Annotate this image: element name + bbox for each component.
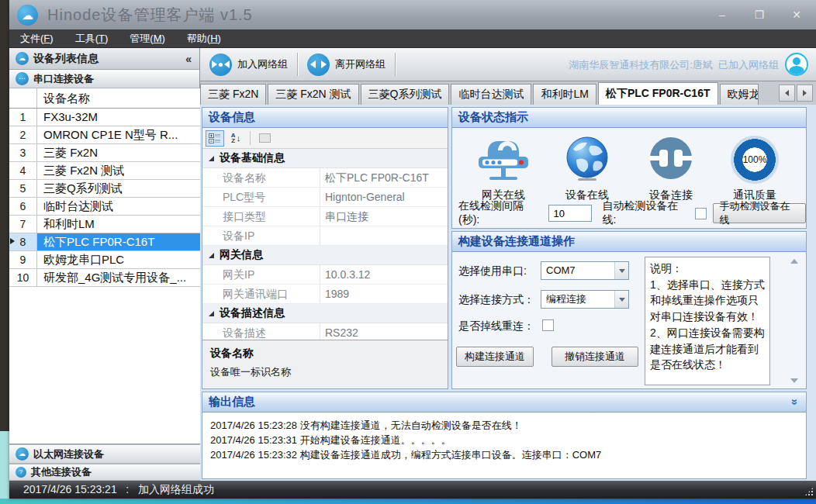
- ethernet-devices-section[interactable]: ☁ 以太网连接设备: [9, 444, 200, 464]
- collapse-output-icon[interactable]: »: [788, 399, 801, 405]
- log-line: 2017/4/26 15:23:32 构建设备连接通道成功，编程方式连接串口设备…: [210, 447, 798, 462]
- table-row[interactable]: 7和利时LM: [9, 216, 200, 233]
- device-status-panel: 设备状态指示: [451, 107, 807, 229]
- join-network-icon: [209, 54, 232, 76]
- auto-detect-checkbox[interactable]: [695, 208, 707, 219]
- dropdown-button[interactable]: [614, 291, 628, 308]
- expander-icon: [209, 253, 214, 258]
- table-row[interactable]: 4三菱 Fx2N 测试: [9, 162, 200, 180]
- indicator-comm-quality: 100% 通讯质量: [714, 134, 795, 202]
- tab-scroll-left-button[interactable]: [779, 85, 795, 102]
- table-row[interactable]: 1FX3u-32M: [9, 109, 200, 126]
- dropdown-button[interactable]: [614, 262, 628, 279]
- connect-mode-select[interactable]: 编程连接: [541, 290, 629, 309]
- chevron-down-icon: [619, 269, 625, 273]
- sidebar-header: ☁ 设备列表信息 «: [9, 48, 199, 70]
- property-grid-toolbar: AZ↓: [202, 128, 448, 149]
- tab-mitsubishi-fx2n-test[interactable]: 三菱 Fx2N 测试: [268, 84, 358, 105]
- build-channel-button[interactable]: 构建连接通道: [456, 347, 534, 367]
- table-row[interactable]: 10研发部_4G测试专用设备_...: [9, 269, 200, 287]
- reconnect-checkbox[interactable]: [542, 319, 554, 331]
- category-gateway-info[interactable]: 网关信息: [202, 246, 448, 265]
- scroll-down-icon[interactable]: [790, 378, 798, 383]
- column-header-device-name: 设备名称: [37, 88, 200, 108]
- instructions-box: 说明： 1、选择串口、连接方式和掉线重连操作选项只对串口连接设备有效！ 2、网口…: [645, 257, 770, 385]
- device-info-header: 设备信息: [202, 108, 448, 128]
- leave-network-button[interactable]: 离开网络组: [298, 48, 395, 81]
- note-scrollbar[interactable]: [788, 257, 800, 385]
- quality-percentage: 100%: [743, 154, 767, 165]
- category-description-info[interactable]: 设备描述信息: [202, 304, 448, 323]
- categorized-view-button[interactable]: [206, 130, 224, 147]
- device-list-sidebar: ☁ 设备列表信息 « ⋯ 串口连接设备 设备名称 1FX3u-32M 2OMRO…: [9, 48, 200, 481]
- output-log: 2017/4/26 15:23:28 没有构建连接通道，无法自动检测设备是否在线…: [202, 413, 806, 468]
- indicator-device-online: 设备在线: [547, 134, 628, 202]
- property-pages-icon: [259, 133, 271, 143]
- output-title: 输出信息: [209, 395, 255, 409]
- close-button[interactable]: ✕: [788, 9, 805, 21]
- interval-label: 在线检测间隔(秒):: [458, 199, 544, 227]
- leave-network-icon: [307, 54, 330, 76]
- resize-grip-icon[interactable]: [804, 487, 814, 496]
- toolbar-separator: [395, 53, 396, 76]
- tab-mitsubishi-q-test[interactable]: 三菱Q系列测试: [361, 84, 450, 105]
- tab-hollysys-lm[interactable]: 和利时LM: [533, 84, 596, 105]
- table-row[interactable]: 6临时台达测试: [9, 198, 200, 216]
- manual-detect-button[interactable]: 手动检测设备在线: [713, 203, 806, 223]
- categorized-icon: [209, 133, 221, 143]
- statusbar: 2017/4/26 15:23:21 : 加入网络组成功: [9, 481, 816, 499]
- company-status-label: 湖南华辰智通科技有限公司:唐斌 已加入网络组: [569, 58, 779, 72]
- main-toolbar: 加入网络组 离开网络组 湖南华辰智通科技有限公司:唐斌 已加入网络组: [200, 48, 816, 81]
- serial-port-icon: ⋯: [16, 72, 29, 85]
- collapse-sidebar-button[interactable]: «: [185, 53, 192, 65]
- user-avatar[interactable]: [785, 53, 808, 76]
- tab-scroll-right-button[interactable]: [797, 85, 813, 102]
- table-row[interactable]: 3三菱 Fx2N: [9, 144, 200, 162]
- quality-donut-icon: 100%: [731, 136, 779, 184]
- table-row[interactable]: 9欧姆龙串口PLC: [9, 251, 200, 269]
- property-row[interactable]: 网关通讯端口1989: [202, 285, 448, 304]
- tab-delta-temp-test[interactable]: 临时台达测试: [451, 84, 531, 105]
- reconnect-label: 是否掉线重连：: [458, 319, 534, 333]
- table-row[interactable]: 5三菱Q系列测试: [9, 180, 200, 198]
- device-info-title: 设备信息: [209, 110, 255, 125]
- property-row[interactable]: 设备IP: [202, 226, 448, 246]
- table-row-selected[interactable]: 8松下PLC FP0R-C16T: [9, 233, 200, 251]
- revoke-channel-button[interactable]: 撤销连接通道: [551, 347, 638, 367]
- alphabetical-sort-button[interactable]: AZ↓: [226, 130, 245, 147]
- property-row[interactable]: 设备名称松下PLC FP0R-C16T: [202, 168, 448, 188]
- minimize-button[interactable]: –: [714, 9, 731, 21]
- background-left-strip: [0, 0, 9, 504]
- titlebar[interactable]: ☁ Hinode设备管理客户端 v1.5 – ❐ ✕: [9, 0, 816, 29]
- tab-mitsubishi-fx2n[interactable]: 三菱 Fx2N: [200, 84, 266, 105]
- menu-file[interactable]: 文件(F): [9, 32, 64, 46]
- other-devices-section[interactable]: ? 其他连接设备: [9, 464, 200, 481]
- main-area: 加入网络组 离开网络组 湖南华辰智通科技有限公司:唐斌 已加入网络组 三菱 Fx…: [200, 48, 816, 481]
- tab-omron-clipped[interactable]: 欧姆龙: [720, 84, 759, 105]
- log-line: 2017/4/26 15:23:31 开始构建设备连接通道。。。。。: [210, 433, 798, 447]
- indicator-device-connect: 设备连接: [631, 134, 711, 202]
- join-network-button[interactable]: 加入网络组: [200, 48, 297, 81]
- property-row[interactable]: PLC型号Hignton-General: [202, 188, 448, 207]
- device-table-header: 设备名称: [9, 88, 200, 109]
- table-row[interactable]: 2OMRON CP1E N型号 R...: [9, 126, 200, 144]
- menu-tools[interactable]: 工具(T): [64, 32, 119, 46]
- serial-devices-section[interactable]: ⋯ 串口连接设备: [9, 70, 199, 88]
- globe-question-icon: ?: [16, 467, 26, 478]
- serial-port-select[interactable]: COM7: [541, 261, 629, 280]
- menubar: 文件(F) 工具(T) 管理(M) 帮助(H): [9, 29, 816, 48]
- property-row[interactable]: 网关IP10.0.3.12: [202, 265, 448, 285]
- maximize-button[interactable]: ❐: [751, 9, 768, 21]
- device-status-header: 设备状态指示: [452, 108, 806, 128]
- category-basic-info[interactable]: 设备基础信息: [202, 149, 448, 168]
- property-description-box: 设备名称 设备唯一标识名称: [202, 340, 448, 388]
- menu-manage[interactable]: 管理(M): [119, 32, 176, 46]
- menu-help[interactable]: 帮助(H): [176, 32, 232, 46]
- row-marker-icon: [10, 238, 15, 244]
- property-row[interactable]: 接口类型串口连接: [202, 207, 448, 226]
- build-channel-panel: 构建设备连接通道操作 选择使用串口: COM7 选择连接方式： 编程连接 是否掉…: [451, 231, 807, 389]
- tab-panasonic-plc-active[interactable]: 松下PLC FP0R-C16T: [598, 82, 718, 105]
- interval-input[interactable]: [548, 205, 592, 222]
- background-bottom-strip: [0, 499, 816, 504]
- scroll-up-icon[interactable]: [790, 259, 798, 264]
